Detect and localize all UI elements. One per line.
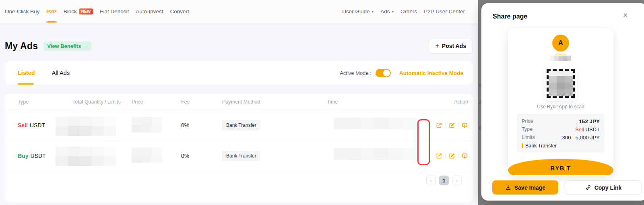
ads-tabs-card: Listed All Ads Active Mode : Automatic I… (5, 61, 473, 85)
limits-value: 300 - 5,000 JPY (562, 135, 600, 141)
divider (445, 153, 446, 159)
payment-bar-icon (522, 143, 523, 148)
type-value: Sell USDT (575, 126, 600, 133)
detail-row-limits: Limits 300 - 5,000 JPY (522, 133, 600, 141)
qr-code (547, 69, 575, 98)
plus-icon: + (436, 42, 439, 50)
nav-auto-invest[interactable]: Auto-Invest (136, 0, 163, 23)
modal-backdrop: e 2 0 Share page ✕ A Use Bybit App to sc… (478, 0, 644, 205)
fee-cell: 0% (181, 153, 222, 159)
pagination-prev-button[interactable]: ‹ (426, 176, 436, 185)
ad-details-box: Price 152 JPY Type Sell USDT Limits 300 … (517, 114, 605, 153)
nav-one-click-buy[interactable]: One-Click Buy (5, 0, 39, 23)
copy-link-button[interactable]: Copy Link (565, 180, 642, 195)
tab-all-ads[interactable]: All Ads (52, 61, 70, 85)
type-label: Type (522, 126, 533, 132)
share-ad-icon[interactable] (436, 122, 442, 129)
nav-ads[interactable]: Ads▾ (380, 0, 394, 23)
nav-right: User Guide▾ Ads▾ Orders P2P User Center (342, 0, 465, 23)
view-benefits-link[interactable]: View Benefits → (43, 41, 91, 51)
redacted-time (334, 148, 415, 160)
price-value: 152 JPY (579, 118, 600, 124)
limits-label: Limits (522, 135, 535, 140)
active-tab-underline (46, 21, 57, 23)
col-header-type: Type (18, 99, 72, 105)
redacted-price (132, 117, 162, 133)
share-page-modal: Share page ✕ A Use Bybit App to scan Pri… (481, 3, 644, 201)
nav-left: One-Click Buy P2P BlockNEW Fiat Deposit … (5, 0, 189, 23)
page-header: My Ads View Benefits → + Post Ads (5, 38, 473, 54)
share-ad-icon[interactable] (436, 153, 442, 159)
redacted-quantity (56, 116, 116, 136)
bybit-logo: BYBIT (550, 165, 571, 172)
col-header-price: Price (132, 99, 181, 105)
close-icon[interactable]: ✕ (623, 12, 628, 18)
offline-ad-icon[interactable] (461, 153, 468, 159)
action-cell (436, 122, 468, 129)
toggle-knob (383, 70, 390, 77)
copy-link-label: Copy Link (594, 184, 622, 191)
fee-cell: 0% (181, 122, 222, 128)
top-navbar: One-Click Buy P2P BlockNEW Fiat Deposit … (0, 0, 478, 23)
asset-label: USDT (30, 153, 45, 159)
payment-method-value: Bank Transfer (525, 143, 557, 149)
modal-actions: Save Image Copy Link (492, 180, 642, 195)
redacted-quantity (56, 147, 116, 166)
nav-orders[interactable]: Orders (400, 0, 417, 23)
pagination: ‹ 1 › (5, 171, 473, 185)
side-label: Buy (18, 153, 28, 159)
scan-hint-text: Use Bybit App to scan (508, 104, 613, 110)
save-image-button[interactable]: Save Image (492, 180, 558, 195)
save-image-label: Save Image (514, 184, 545, 191)
divider (458, 122, 458, 128)
col-header-action: Action (454, 99, 468, 105)
payment-method-cell: Bank Transfer (222, 120, 327, 130)
page-content: My Ads View Benefits → + Post Ads Listed… (0, 38, 478, 202)
asset-label: USDT (30, 122, 45, 128)
avatar: A (552, 35, 569, 52)
mode-controls: Active Mode : Automatic Inactive Mode (340, 61, 463, 85)
nav-block[interactable]: BlockNEW (64, 0, 93, 23)
nav-p2p[interactable]: P2P (46, 0, 57, 23)
payment-method-cell: Bank Transfer (222, 151, 327, 161)
nav-fiat-deposit[interactable]: Fiat Deposit (100, 0, 129, 23)
redacted-username (550, 56, 571, 61)
redacted-time (334, 118, 415, 129)
col-header-payment-method: Payment Method (222, 99, 327, 105)
download-icon (505, 184, 511, 191)
divider (458, 153, 458, 159)
type-asset: USDT (586, 126, 600, 133)
bybit-brand-footer: BYBIT (508, 159, 613, 175)
active-mode-toggle[interactable] (376, 69, 391, 77)
edit-ad-icon[interactable] (448, 122, 455, 129)
link-icon (585, 184, 591, 191)
tab-underline (18, 83, 34, 85)
pagination-page-1[interactable]: 1 (439, 176, 449, 185)
modal-title: Share page (493, 13, 527, 20)
nav-p2p-user-center[interactable]: P2P User Center (424, 0, 465, 23)
table-header-row: Type Total Quantity / Limits Price Fee P… (5, 94, 473, 110)
post-ads-button[interactable]: + Post Ads (429, 39, 473, 54)
price-label: Price (522, 118, 533, 124)
side-label: Sell (18, 122, 28, 128)
table-row: SellUSDT 0% Bank Transfer (5, 110, 473, 141)
col-header-quantity-limits: Total Quantity / Limits (72, 99, 132, 105)
tab-listed[interactable]: Listed (18, 61, 35, 85)
nav-user-guide[interactable]: User Guide▾ (342, 0, 374, 23)
offline-ad-icon[interactable] (461, 122, 468, 129)
detail-row-price: Price 152 JPY (522, 117, 600, 125)
redacted-price (132, 147, 162, 163)
pagination-next-button[interactable]: › (452, 176, 462, 185)
type-side: Sell (575, 126, 584, 133)
action-cell (436, 153, 468, 159)
payment-chip: Bank Transfer (222, 120, 260, 130)
screen: One-Click Buy P2P BlockNEW Fiat Deposit … (0, 0, 644, 205)
qr-code-container (544, 66, 577, 101)
automatic-inactive-mode-link[interactable]: Automatic Inactive Mode (399, 70, 463, 76)
col-header-time: Time (327, 99, 417, 105)
nav-convert[interactable]: Convert (170, 0, 189, 23)
chevron-down-icon: ▾ (372, 10, 374, 14)
edit-ad-icon[interactable] (448, 153, 455, 159)
divider (395, 70, 395, 76)
share-preview-card: A Use Bybit App to scan Price 152 JPY Ty… (508, 28, 613, 175)
